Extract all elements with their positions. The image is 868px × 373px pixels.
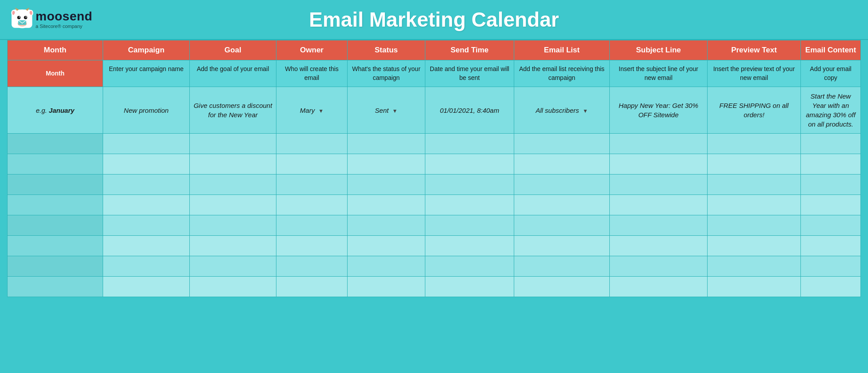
empty-goal-1 — [190, 134, 276, 154]
empty-row-6 — [8, 236, 861, 256]
desc-campaign: Enter your campaign name — [103, 60, 190, 87]
empty-campaign-6 — [103, 236, 190, 256]
empty-status-7 — [348, 256, 425, 277]
empty-month-3 — [8, 175, 103, 195]
moosend-logo-icon — [9, 6, 36, 33]
empty-campaign-4 — [103, 195, 190, 215]
empty-emaillist-8 — [514, 277, 610, 297]
description-row: Month Enter your campaign name Add the g… — [8, 60, 861, 87]
logo-text-area: moosend a Sitecore® company — [36, 10, 92, 29]
col-header-goal: Goal — [190, 40, 276, 60]
empty-subject-6 — [610, 236, 708, 256]
svg-point-12 — [26, 16, 27, 17]
empty-preview-4 — [708, 195, 801, 215]
empty-campaign-7 — [103, 256, 190, 277]
empty-month-5 — [8, 215, 103, 236]
svg-point-9 — [17, 16, 21, 20]
empty-emaillist-3 — [514, 175, 610, 195]
empty-content-8 — [801, 277, 861, 297]
empty-row-7 — [8, 256, 861, 277]
desc-goal: Add the goal of your email — [190, 60, 276, 87]
empty-month-1 — [8, 134, 103, 154]
example-campaign: New promotion — [103, 87, 190, 134]
empty-sendtime-5 — [425, 215, 514, 236]
empty-month-2 — [8, 154, 103, 175]
empty-owner-3 — [276, 175, 348, 195]
empty-subject-5 — [610, 215, 708, 236]
example-month: e.g. January — [8, 87, 103, 134]
example-status: Sent ▼ — [348, 87, 425, 134]
col-header-owner: Owner — [276, 40, 348, 60]
desc-subject: Insert the subject line of your new emai… — [610, 60, 708, 87]
empty-campaign-8 — [103, 277, 190, 297]
empty-owner-6 — [276, 236, 348, 256]
empty-owner-1 — [276, 134, 348, 154]
example-owner: Mary ▼ — [276, 87, 348, 134]
empty-sendtime-4 — [425, 195, 514, 215]
status-dropdown-icon[interactable]: ▼ — [392, 107, 398, 115]
desc-owner: Who will create this email — [276, 60, 348, 87]
page-title: Email Marketing Calendar — [151, 8, 717, 32]
empty-owner-8 — [276, 277, 348, 297]
empty-row-1 — [8, 134, 861, 154]
empty-emaillist-7 — [514, 256, 610, 277]
empty-campaign-1 — [103, 134, 190, 154]
page-wrapper: moosend a Sitecore® company Email Market… — [0, 0, 868, 373]
empty-owner-5 — [276, 215, 348, 236]
empty-status-4 — [348, 195, 425, 215]
empty-subject-2 — [610, 154, 708, 175]
empty-subject-1 — [610, 134, 708, 154]
empty-content-7 — [801, 256, 861, 277]
empty-row-5 — [8, 215, 861, 236]
empty-row-8 — [8, 277, 861, 297]
empty-status-3 — [348, 175, 425, 195]
logo-name: moosend — [36, 10, 92, 23]
empty-content-3 — [801, 175, 861, 195]
empty-month-6 — [8, 236, 103, 256]
empty-goal-6 — [190, 236, 276, 256]
empty-goal-2 — [190, 154, 276, 175]
desc-sendtime: Date and time your email will be sent — [425, 60, 514, 87]
emaillist-dropdown-icon[interactable]: ▼ — [583, 107, 588, 115]
empty-owner-4 — [276, 195, 348, 215]
empty-status-2 — [348, 154, 425, 175]
owner-dropdown-icon[interactable]: ▼ — [318, 107, 324, 115]
empty-preview-3 — [708, 175, 801, 195]
calendar-table: Month Campaign Goal Owner Status Send Ti… — [7, 40, 861, 297]
desc-preview: Insert the preview text of your new emai… — [708, 60, 801, 87]
empty-goal-8 — [190, 277, 276, 297]
col-header-emaillist: Email List — [514, 40, 610, 60]
empty-month-7 — [8, 256, 103, 277]
header: moosend a Sitecore® company Email Market… — [0, 0, 868, 40]
empty-campaign-3 — [103, 175, 190, 195]
example-emaillist: All subscribers ▼ — [514, 87, 610, 134]
empty-goal-4 — [190, 195, 276, 215]
empty-status-6 — [348, 236, 425, 256]
empty-owner-2 — [276, 154, 348, 175]
logo-area: moosend a Sitecore® company — [9, 6, 151, 33]
empty-status-5 — [348, 215, 425, 236]
empty-subject-7 — [610, 256, 708, 277]
empty-goal-3 — [190, 175, 276, 195]
empty-preview-5 — [708, 215, 801, 236]
empty-sendtime-1 — [425, 134, 514, 154]
header-title-area: Email Marketing Calendar — [151, 8, 717, 32]
example-preview: FREE SHIPPING on all orders! — [708, 87, 801, 134]
svg-point-11 — [19, 16, 20, 17]
empty-row-4 — [8, 195, 861, 215]
example-content: Start the New Year with an amazing 30% o… — [801, 87, 861, 134]
empty-content-1 — [801, 134, 861, 154]
example-row: e.g. January New promotion Give customer… — [8, 87, 861, 134]
empty-emaillist-5 — [514, 215, 610, 236]
empty-preview-7 — [708, 256, 801, 277]
empty-emaillist-4 — [514, 195, 610, 215]
empty-goal-5 — [190, 215, 276, 236]
empty-emaillist-6 — [514, 236, 610, 256]
col-header-subject: Subject Line — [610, 40, 708, 60]
empty-preview-1 — [708, 134, 801, 154]
empty-content-6 — [801, 236, 861, 256]
empty-content-2 — [801, 154, 861, 175]
empty-preview-6 — [708, 236, 801, 256]
empty-month-8 — [8, 277, 103, 297]
desc-emaillist: Add the email list receiving this campai… — [514, 60, 610, 87]
